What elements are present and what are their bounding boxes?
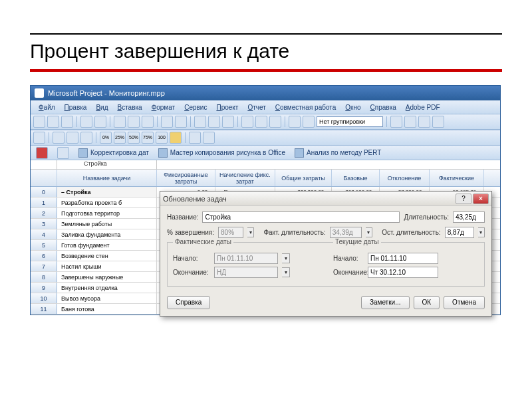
current-finish-field[interactable] <box>368 267 438 278</box>
task-name-cell[interactable]: – Стройка <box>57 187 157 197</box>
publish-icon[interactable] <box>289 116 301 128</box>
cancel-button[interactable]: Отмена <box>444 296 485 309</box>
ok-button[interactable]: ОК <box>414 296 440 309</box>
menu-вставка[interactable]: Вставка <box>113 102 146 112</box>
menu-сервис[interactable]: Сервис <box>180 102 211 112</box>
task-name-cell[interactable]: Разработка проекта б <box>57 198 157 207</box>
name-field[interactable] <box>202 211 400 223</box>
menu-отчет[interactable]: Отчет <box>243 102 269 112</box>
row-number[interactable]: 1 <box>31 198 57 207</box>
save-icon[interactable] <box>61 116 73 128</box>
split-icon[interactable] <box>222 116 234 128</box>
menu-правка[interactable]: Правка <box>61 102 91 112</box>
pct50-icon[interactable]: 50% <box>128 132 140 144</box>
task-name-cell[interactable]: Вывоз мусора <box>57 293 157 303</box>
menu-проект[interactable]: Проект <box>212 102 242 112</box>
update-icon[interactable] <box>170 132 182 144</box>
link-icon[interactable] <box>194 116 206 128</box>
redo-icon[interactable] <box>175 116 187 128</box>
column-header[interactable]: Отклонение <box>380 170 430 186</box>
column-header[interactable]: Название задачи <box>57 170 157 186</box>
row-number[interactable]: 3 <box>31 219 57 229</box>
correct-dates-button[interactable]: Корректировка дат <box>78 148 149 158</box>
info-icon[interactable] <box>241 116 253 128</box>
row-number[interactable]: 0 <box>31 187 57 197</box>
baseline-icon[interactable] <box>203 132 215 144</box>
zoom-out-icon[interactable] <box>404 116 416 128</box>
row-number[interactable]: 4 <box>31 229 57 239</box>
actual-finish-field[interactable] <box>214 267 278 278</box>
cut-icon[interactable] <box>114 116 126 128</box>
print-icon[interactable] <box>80 116 92 128</box>
pct25-icon[interactable]: 25% <box>114 132 126 144</box>
reschedule-icon[interactable] <box>189 132 201 144</box>
column-header[interactable]: Начисление фикс. затрат <box>215 170 275 186</box>
track-icon[interactable] <box>33 132 45 144</box>
column-header[interactable]: Фиксированные затраты <box>157 170 215 186</box>
pdf-icon[interactable] <box>36 147 48 159</box>
menu-adobe pdf[interactable]: Adobe PDF <box>402 102 444 112</box>
copy-wizard-button[interactable]: Мастер копирования рисунка в Office <box>158 148 285 158</box>
duration-field[interactable] <box>453 211 485 223</box>
row-number[interactable]: 5 <box>31 240 57 250</box>
help-button[interactable]: Справка <box>167 296 210 309</box>
current-start-field[interactable] <box>368 253 438 264</box>
column-header[interactable]: Фактические <box>430 170 484 186</box>
group-icon[interactable] <box>303 116 315 128</box>
row-number[interactable]: 11 <box>31 304 57 314</box>
outdent-icon[interactable] <box>66 132 78 144</box>
paste-icon[interactable] <box>142 116 154 128</box>
unlink-icon[interactable] <box>208 116 220 128</box>
task-name-cell[interactable]: Настил крыши <box>57 261 157 271</box>
row-number[interactable]: 9 <box>31 283 57 293</box>
open-icon[interactable] <box>47 116 59 128</box>
undo-icon[interactable] <box>161 116 173 128</box>
task-name-cell[interactable]: Земляные работы <box>57 219 157 229</box>
pct0-icon[interactable]: 0% <box>100 132 112 144</box>
new-icon[interactable] <box>33 116 45 128</box>
menu-bar[interactable]: ФайлПравкаВидВставкаФорматСервисПроектОт… <box>31 100 500 114</box>
column-header[interactable]: Базовые <box>332 170 380 186</box>
close-icon[interactable]: × <box>473 194 489 204</box>
pdf2-icon[interactable] <box>57 147 69 159</box>
assign-icon[interactable] <box>269 116 281 128</box>
menu-вид[interactable]: Вид <box>92 102 112 112</box>
show-icon[interactable] <box>80 132 92 144</box>
indent-icon[interactable] <box>53 132 65 144</box>
task-name-cell[interactable]: Баня готова <box>57 304 157 314</box>
row-number[interactable]: 2 <box>31 208 57 218</box>
dialog-titlebar[interactable]: Обновление задач ? × <box>160 192 491 206</box>
spinner-icon[interactable]: ▾ <box>478 227 485 237</box>
menu-формат[interactable]: Формат <box>148 102 180 112</box>
task-name-cell[interactable]: Возведение стен <box>57 251 157 261</box>
window-titlebar[interactable]: Microsoft Project - Мониторинг.mpp <box>31 86 500 100</box>
notes-icon[interactable] <box>255 116 267 128</box>
task-name-cell[interactable]: Внутренняя отделка <box>57 283 157 293</box>
pct-field[interactable] <box>218 227 243 238</box>
menu-файл[interactable]: Файл <box>35 102 59 112</box>
column-header[interactable] <box>31 170 57 186</box>
menu-справка[interactable]: Справка <box>366 102 400 112</box>
task-name-cell[interactable]: Подготовка территор <box>57 208 157 218</box>
goto-icon[interactable] <box>418 116 430 128</box>
notes-button[interactable]: Заметки... <box>361 296 410 309</box>
dropdown-icon[interactable]: ▾ <box>282 267 290 277</box>
row-number[interactable]: 7 <box>31 261 57 271</box>
grouping-select[interactable]: Нет группировки <box>317 116 383 127</box>
row-number[interactable]: 8 <box>31 272 57 282</box>
actdur-field[interactable] <box>330 227 362 238</box>
row-number[interactable]: 6 <box>31 251 57 261</box>
pct75-icon[interactable]: 75% <box>142 132 154 144</box>
zoom-in-icon[interactable] <box>390 116 402 128</box>
task-name-cell[interactable]: Завершены наружные <box>57 272 157 282</box>
actual-start-field[interactable] <box>214 253 278 264</box>
row-number[interactable]: 10 <box>31 293 57 303</box>
column-header[interactable]: Общие затраты <box>275 170 332 186</box>
menu-совместная работа[interactable]: Совместная работа <box>271 102 340 112</box>
pct100-icon[interactable]: 100 <box>156 132 168 144</box>
remdur-field[interactable] <box>445 227 474 238</box>
task-name-cell[interactable]: Готов фундамент <box>57 240 157 250</box>
copy-icon[interactable] <box>128 116 140 128</box>
spinner-icon[interactable]: ▾ <box>247 227 254 237</box>
pert-button[interactable]: Анализ по методу PERT <box>295 148 381 158</box>
